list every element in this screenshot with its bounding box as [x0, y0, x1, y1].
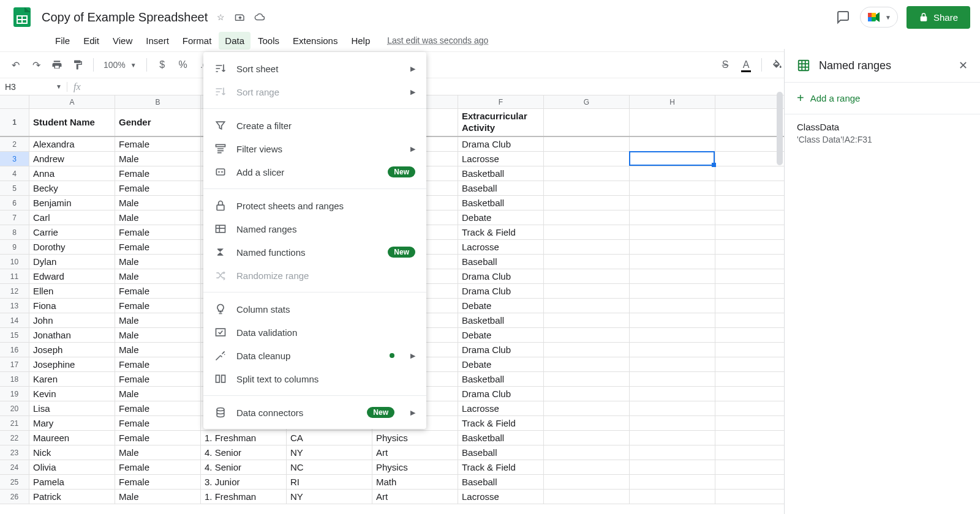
cell[interactable]	[630, 475, 715, 489]
cell[interactable]: John	[29, 313, 115, 327]
cell[interactable]: Debate	[458, 357, 544, 371]
cell[interactable]: Male	[115, 152, 201, 166]
percent-button[interactable]: %	[174, 56, 192, 74]
cell[interactable]: Patrick	[29, 490, 115, 504]
cell[interactable]	[630, 225, 715, 239]
cell[interactable]: NY	[287, 490, 372, 504]
last-edit-link[interactable]: Last edit was seconds ago	[387, 35, 488, 45]
sheets-logo[interactable]	[10, 5, 34, 29]
share-button[interactable]: Share	[907, 6, 970, 29]
row-header[interactable]: 17	[0, 357, 29, 371]
row-header[interactable]: 3	[0, 152, 29, 166]
cell[interactable]: Male	[115, 269, 201, 283]
cell[interactable]: 1. Freshman	[201, 431, 287, 445]
cell[interactable]: Dorothy	[29, 240, 115, 254]
cell[interactable]: Anna	[29, 166, 115, 181]
cell[interactable]: Female	[115, 137, 201, 151]
row-header[interactable]: 26	[0, 490, 29, 504]
cell[interactable]: Male	[115, 196, 201, 210]
cell[interactable]: Alexandra	[29, 137, 115, 151]
row-header[interactable]: 12	[0, 284, 29, 298]
cell[interactable]	[630, 343, 715, 357]
cell[interactable]: Female	[115, 372, 201, 386]
cell[interactable]: 4. Senior	[201, 460, 287, 474]
vertical-scrollbar[interactable]	[775, 92, 784, 483]
redo-button[interactable]: ↷	[27, 56, 45, 74]
cell[interactable]	[544, 313, 630, 327]
cell[interactable]: Female	[115, 284, 201, 298]
cell[interactable]: Karen	[29, 372, 115, 386]
cell[interactable]	[544, 401, 630, 415]
header-cell[interactable]: Extracurricular Activity	[458, 109, 544, 136]
cell[interactable]: Maureen	[29, 431, 115, 445]
cell[interactable]: Lacrosse	[458, 152, 544, 166]
cell[interactable]: Drama Club	[458, 387, 544, 401]
cell[interactable]: Becky	[29, 181, 115, 195]
cell[interactable]: Carl	[29, 210, 115, 225]
cell[interactable]	[630, 387, 715, 401]
cell[interactable]: Drama Club	[458, 284, 544, 298]
row-header[interactable]: 1	[0, 109, 29, 136]
cell[interactable]: Mary	[29, 416, 115, 430]
row-header[interactable]: 24	[0, 460, 29, 474]
cell[interactable]: Drama Club	[458, 269, 544, 283]
cell[interactable]: Male	[115, 387, 201, 401]
row-header[interactable]: 10	[0, 255, 29, 269]
menu-view[interactable]: View	[107, 32, 138, 50]
currency-button[interactable]: $	[153, 56, 172, 74]
cell[interactable]	[630, 445, 715, 460]
cell[interactable]: Debate	[458, 328, 544, 342]
menu-extensions[interactable]: Extensions	[287, 32, 344, 50]
menu-item-data-connectors[interactable]: Data connectorsNew▶	[203, 401, 426, 424]
cell[interactable]	[544, 137, 630, 151]
cell[interactable]: NC	[287, 460, 372, 474]
column-header-A[interactable]: A	[29, 95, 115, 108]
paint-format-button[interactable]	[69, 56, 87, 74]
select-all-corner[interactable]	[0, 95, 29, 108]
cell[interactable]	[544, 284, 630, 298]
cloud-icon[interactable]	[254, 12, 265, 23]
cell[interactable]: Math	[372, 475, 458, 489]
menu-data[interactable]: Data	[219, 32, 251, 50]
menu-file[interactable]: File	[49, 32, 76, 50]
cell[interactable]: Male	[115, 313, 201, 327]
column-header-F[interactable]: F	[458, 95, 544, 108]
menu-item-data-cleanup[interactable]: Data cleanup▶	[203, 344, 426, 367]
cell[interactable]: Jonathan	[29, 328, 115, 342]
cell[interactable]: Female	[115, 460, 201, 474]
cell[interactable]: Female	[115, 416, 201, 430]
cell[interactable]: 3. Junior	[201, 475, 287, 489]
header-cell[interactable]	[630, 109, 715, 136]
cell[interactable]	[630, 210, 715, 225]
cell[interactable]	[544, 387, 630, 401]
cell[interactable]: Debate	[458, 299, 544, 313]
cell[interactable]: Dylan	[29, 255, 115, 269]
meet-button[interactable]: ▼	[860, 7, 898, 28]
row-header[interactable]: 25	[0, 475, 29, 489]
row-header[interactable]: 20	[0, 401, 29, 415]
named-range-item[interactable]: ClassData'Class Data'!A2:F31	[785, 114, 980, 152]
cell[interactable]: Joseph	[29, 343, 115, 357]
cell[interactable]	[630, 328, 715, 342]
name-box[interactable]: H3▼	[0, 82, 67, 92]
move-icon[interactable]	[235, 12, 246, 23]
cell[interactable]	[630, 181, 715, 195]
cell[interactable]: Carrie	[29, 225, 115, 239]
cell[interactable]	[630, 460, 715, 474]
row-header[interactable]: 13	[0, 299, 29, 313]
cell[interactable]	[544, 328, 630, 342]
row-header[interactable]: 6	[0, 196, 29, 210]
cell[interactable]	[630, 431, 715, 445]
menu-tools[interactable]: Tools	[252, 32, 285, 50]
cell[interactable]: Male	[115, 445, 201, 460]
cell[interactable]: Debate	[458, 210, 544, 225]
cell[interactable]	[544, 372, 630, 386]
menu-item-data-validation[interactable]: Data validation	[203, 321, 426, 344]
cell[interactable]	[544, 416, 630, 430]
cell[interactable]: Lisa	[29, 401, 115, 415]
column-header-H[interactable]: H	[630, 95, 715, 108]
cell[interactable]: Female	[115, 240, 201, 254]
comment-history-icon[interactable]	[834, 9, 851, 26]
close-icon[interactable]: ✕	[959, 59, 968, 72]
strikethrough-button[interactable]: S	[716, 56, 734, 74]
